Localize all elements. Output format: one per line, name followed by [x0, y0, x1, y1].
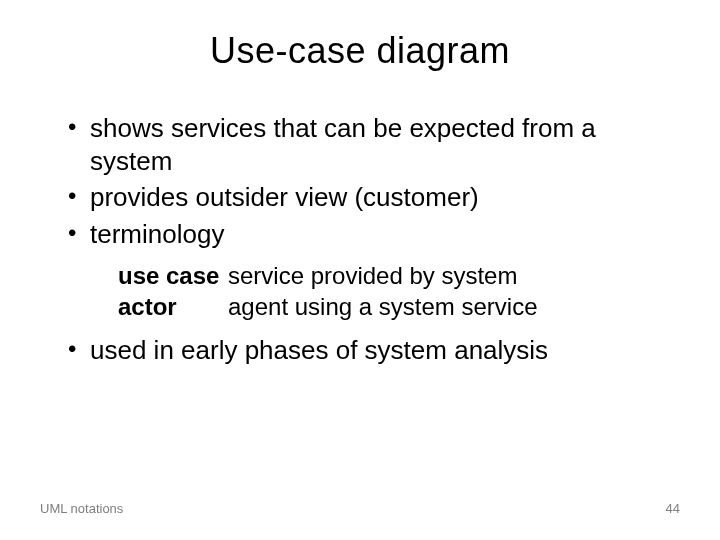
- definition-row: use case service provided by system: [118, 260, 680, 291]
- footer-text-left: UML notations: [40, 501, 123, 516]
- slide: Use-case diagram shows services that can…: [0, 0, 720, 540]
- slide-content: shows services that can be expected from…: [40, 112, 680, 367]
- definition-row: actor agent using a system service: [118, 291, 680, 322]
- definition-text: agent using a system service: [228, 291, 680, 322]
- bullet-list: used in early phases of system analysis: [68, 334, 680, 367]
- bullet-item: provides outsider view (customer): [68, 181, 680, 214]
- definition-text: service provided by system: [228, 260, 680, 291]
- page-number: 44: [666, 501, 680, 516]
- bullet-list: shows services that can be expected from…: [68, 112, 680, 250]
- bullet-item: shows services that can be expected from…: [68, 112, 680, 177]
- definition-term: actor: [118, 291, 228, 322]
- bullet-item: terminology: [68, 218, 680, 251]
- definition-term: use case: [118, 260, 228, 291]
- definition-block: use case service provided by system acto…: [118, 260, 680, 322]
- slide-title: Use-case diagram: [40, 30, 680, 72]
- bullet-item: used in early phases of system analysis: [68, 334, 680, 367]
